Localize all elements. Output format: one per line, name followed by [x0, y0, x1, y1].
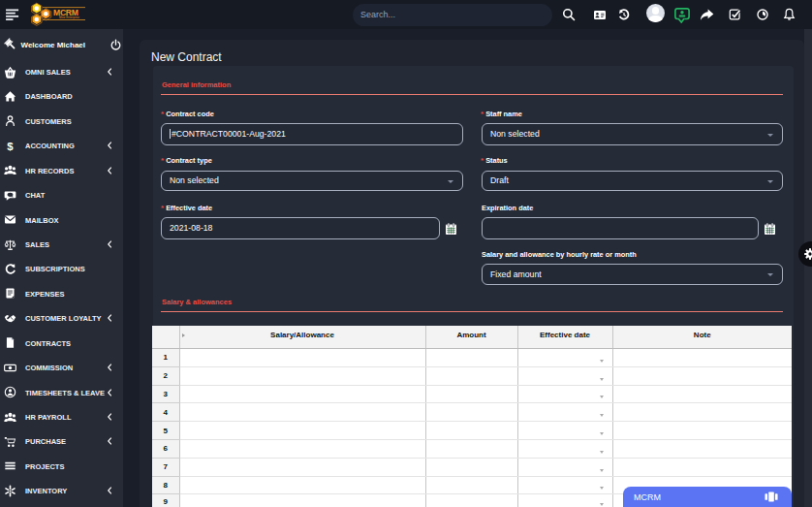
svg-text:$: $: [7, 140, 14, 151]
svg-text:Mine Enterprise: Mine Enterprise: [59, 16, 79, 19]
